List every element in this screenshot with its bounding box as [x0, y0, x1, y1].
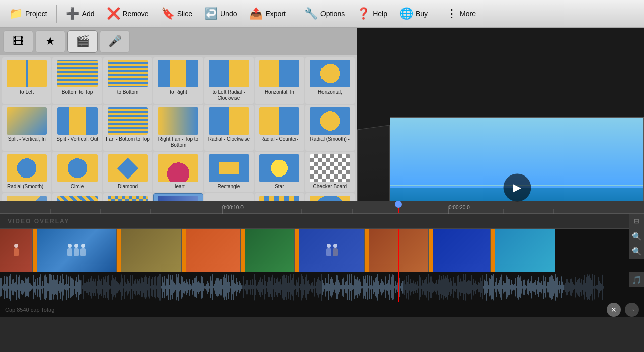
transition-radial-smooth3[interactable]: Radial (Smooth) -: [2, 152, 51, 192]
svg-rect-219: [211, 281, 212, 294]
svg-rect-227: [219, 281, 220, 294]
remove-button[interactable]: ❌ Remove: [102, 5, 154, 23]
svg-rect-85: [76, 277, 77, 297]
svg-rect-335: [328, 274, 329, 300]
svg-rect-51: [42, 281, 43, 293]
svg-rect-192: [184, 281, 185, 294]
options-button[interactable]: 🔧 Options: [299, 5, 350, 23]
help-button[interactable]: ❓ Help: [352, 5, 392, 23]
transition-bottom-to-top[interactable]: Bottom to Top: [52, 57, 102, 104]
svg-rect-575: [570, 279, 571, 296]
svg-rect-308: [301, 274, 302, 301]
transition-checkerboard[interactable]: Checker Board: [305, 152, 355, 192]
transition-diamond[interactable]: Diamond: [103, 152, 152, 192]
transition-circle[interactable]: Circle: [52, 152, 102, 192]
transition-marker-6: [365, 229, 369, 272]
transition-to-right[interactable]: to Right: [153, 57, 203, 104]
transition-horizontal[interactable]: Horizontal,: [305, 57, 355, 104]
svg-rect-40: [31, 285, 32, 289]
transition-heart[interactable]: Heart: [153, 152, 203, 192]
tab-effects[interactable]: 🎬: [67, 30, 98, 53]
audio-track[interactable]: 🎵: [0, 272, 644, 302]
video-clip-4[interactable]: [186, 229, 241, 272]
svg-rect-451: [445, 276, 446, 298]
svg-rect-278: [271, 277, 272, 297]
svg-rect-542: [536, 285, 537, 289]
video-clip-7[interactable]: [369, 229, 429, 272]
tab-media[interactable]: 🎞: [3, 30, 33, 53]
transition-star[interactable]: Star: [255, 152, 304, 192]
svg-rect-56: [47, 283, 48, 291]
svg-rect-184: [176, 274, 177, 300]
buy-button[interactable]: 🌐 Buy: [394, 5, 433, 23]
undo-button[interactable]: ↩️ Undo: [199, 5, 242, 23]
transition-fan-bottom-top[interactable]: Fan - Bottom to Top: [103, 105, 152, 151]
svg-rect-568: [562, 282, 564, 293]
close-btn[interactable]: ✕: [607, 303, 621, 317]
transition-horizontal-in[interactable]: Horizontal, In: [255, 57, 304, 104]
svg-rect-440: [434, 284, 435, 291]
transition-fan-top-bottom[interactable]: Right Fan - Top to Bottom: [153, 105, 203, 151]
video-clip-2[interactable]: [37, 229, 117, 272]
svg-rect-305: [298, 277, 299, 297]
svg-rect-408: [401, 283, 403, 291]
transition-label: Split - Vertical, Out: [56, 136, 98, 142]
transition-to-bottom[interactable]: to Bottom: [103, 57, 152, 104]
svg-rect-201: [193, 283, 194, 291]
svg-rect-579: [574, 285, 575, 289]
video-clip-3[interactable]: [121, 229, 182, 272]
svg-rect-435: [429, 282, 430, 292]
video-clip-9[interactable]: [495, 229, 555, 272]
svg-rect-478: [472, 285, 473, 290]
svg-rect-186: [178, 274, 179, 301]
svg-rect-297: [290, 274, 291, 300]
tab-transitions[interactable]: ★: [35, 30, 65, 53]
svg-rect-450: [444, 279, 445, 296]
transition-rectangle[interactable]: Rectangle: [204, 152, 254, 192]
svg-rect-432: [426, 277, 427, 297]
transition-radial-ccw[interactable]: Radial - Counter-: [255, 105, 304, 151]
svg-rect-582: [577, 280, 578, 294]
video-clip-8[interactable]: [433, 229, 491, 272]
overlay-collapse-button[interactable]: ⊟: [629, 214, 644, 229]
transition-split-vertical-in[interactable]: Split - Vertical, In: [2, 105, 51, 151]
svg-rect-75: [66, 275, 67, 300]
zoom-in-button[interactable]: 🔍: [629, 229, 644, 244]
project-button[interactable]: 📁 Project: [4, 5, 52, 23]
transition-to-left[interactable]: to Left: [2, 57, 51, 104]
video-clip-6[interactable]: [299, 229, 365, 272]
svg-rect-604: [599, 281, 600, 293]
transition-split-vertical-out[interactable]: Split - Vertical, Out: [52, 105, 102, 151]
video-clip-5[interactable]: [245, 229, 295, 272]
svg-rect-382: [375, 278, 376, 296]
svg-rect-111: [103, 277, 104, 298]
more-button[interactable]: ⋮ More: [441, 5, 481, 23]
transition-radial-cw[interactable]: Radial - Clockwise: [204, 105, 254, 151]
play-button[interactable]: ▶: [503, 173, 531, 201]
svg-rect-155: [147, 284, 148, 291]
svg-rect-117: [109, 285, 110, 289]
svg-rect-541: [535, 280, 536, 295]
svg-rect-416: [410, 279, 411, 296]
tab-audio[interactable]: 🎤: [100, 30, 130, 53]
transition-to-left-2[interactable]: to Left Radial - Clockwise: [204, 57, 254, 104]
svg-rect-100: [92, 281, 93, 293]
svg-rect-10: [1, 278, 2, 296]
audio-icon[interactable]: 🎵: [629, 272, 644, 287]
transition-radial-smooth2[interactable]: Radial (Smooth) -: [305, 105, 355, 151]
svg-rect-595: [590, 278, 591, 296]
slice-button[interactable]: 🔖 Slice: [156, 5, 197, 23]
zoom-out-button[interactable]: 🔍: [629, 244, 644, 259]
svg-rect-304: [297, 282, 298, 292]
video-track[interactable]: 🔍 🔍: [0, 229, 644, 272]
clip-overlay: [37, 229, 116, 272]
svg-rect-281: [274, 278, 275, 297]
add-button[interactable]: ➕ Add: [61, 5, 100, 23]
arrow-btn[interactable]: →: [625, 303, 639, 317]
svg-rect-379: [372, 286, 373, 289]
video-clip-1[interactable]: [0, 229, 33, 272]
svg-rect-484: [478, 282, 479, 292]
svg-rect-436: [430, 277, 431, 298]
playhead-video: [398, 229, 399, 272]
export-button[interactable]: 📤 Export: [244, 5, 290, 23]
